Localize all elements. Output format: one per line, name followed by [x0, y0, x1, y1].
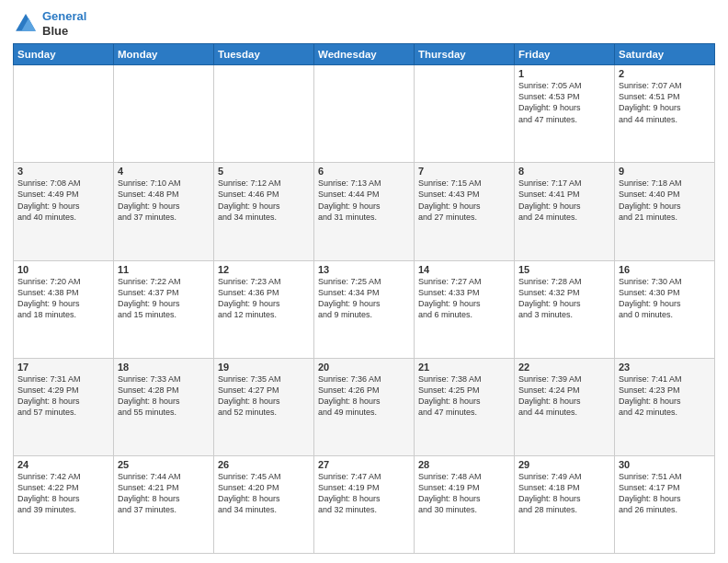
day-number: 24	[17, 459, 109, 470]
calendar-cell: 4Sunrise: 7:10 AM Sunset: 4:48 PM Daylig…	[114, 163, 214, 260]
weekday-header-wednesday: Wednesday	[314, 44, 415, 65]
calendar-cell: 10Sunrise: 7:20 AM Sunset: 4:38 PM Dayli…	[14, 260, 114, 358]
calendar-cell: 21Sunrise: 7:38 AM Sunset: 4:25 PM Dayli…	[415, 358, 515, 455]
calendar-week-1: 1Sunrise: 7:05 AM Sunset: 4:53 PM Daylig…	[14, 65, 715, 163]
calendar-cell	[14, 65, 114, 163]
calendar-cell: 30Sunrise: 7:51 AM Sunset: 4:17 PM Dayli…	[615, 455, 715, 553]
day-number: 22	[518, 362, 610, 373]
day-number: 20	[318, 362, 410, 373]
day-info: Sunrise: 7:38 AM Sunset: 4:25 PM Dayligh…	[418, 373, 510, 419]
calendar-cell: 11Sunrise: 7:22 AM Sunset: 4:37 PM Dayli…	[114, 260, 214, 358]
day-info: Sunrise: 7:23 AM Sunset: 4:36 PM Dayligh…	[218, 276, 310, 321]
calendar-week-5: 24Sunrise: 7:42 AM Sunset: 4:22 PM Dayli…	[14, 455, 715, 553]
day-info: Sunrise: 7:20 AM Sunset: 4:38 PM Dayligh…	[17, 276, 109, 321]
day-info: Sunrise: 7:27 AM Sunset: 4:33 PM Dayligh…	[418, 276, 510, 321]
calendar-cell	[114, 65, 214, 163]
day-info: Sunrise: 7:10 AM Sunset: 4:48 PM Dayligh…	[118, 178, 210, 223]
day-info: Sunrise: 7:51 AM Sunset: 4:17 PM Dayligh…	[619, 471, 711, 516]
calendar-cell	[214, 65, 314, 163]
day-info: Sunrise: 7:18 AM Sunset: 4:40 PM Dayligh…	[619, 178, 711, 223]
calendar-cell: 9Sunrise: 7:18 AM Sunset: 4:40 PM Daylig…	[615, 163, 715, 260]
calendar-cell: 20Sunrise: 7:36 AM Sunset: 4:26 PM Dayli…	[314, 358, 415, 455]
weekday-header-monday: Monday	[114, 44, 214, 65]
day-number: 7	[418, 166, 510, 177]
day-number: 18	[118, 362, 210, 373]
day-number: 13	[318, 264, 410, 275]
day-number: 4	[118, 166, 210, 177]
calendar-cell: 25Sunrise: 7:44 AM Sunset: 4:21 PM Dayli…	[114, 455, 214, 553]
page: General Blue SundayMondayTuesdayWednesda…	[0, 0, 728, 563]
day-info: Sunrise: 7:47 AM Sunset: 4:19 PM Dayligh…	[318, 471, 410, 516]
calendar-cell: 17Sunrise: 7:31 AM Sunset: 4:29 PM Dayli…	[14, 358, 114, 455]
day-number: 15	[518, 264, 610, 275]
calendar-week-3: 10Sunrise: 7:20 AM Sunset: 4:38 PM Dayli…	[14, 260, 715, 358]
day-number: 23	[619, 362, 711, 373]
calendar-cell: 24Sunrise: 7:42 AM Sunset: 4:22 PM Dayli…	[14, 455, 114, 553]
day-number: 25	[118, 459, 210, 470]
calendar-week-2: 3Sunrise: 7:08 AM Sunset: 4:49 PM Daylig…	[14, 163, 715, 260]
calendar-cell: 22Sunrise: 7:39 AM Sunset: 4:24 PM Dayli…	[515, 358, 615, 455]
day-info: Sunrise: 7:28 AM Sunset: 4:32 PM Dayligh…	[518, 276, 610, 321]
calendar-cell: 5Sunrise: 7:12 AM Sunset: 4:46 PM Daylig…	[214, 163, 314, 260]
calendar-cell: 28Sunrise: 7:48 AM Sunset: 4:19 PM Dayli…	[415, 455, 515, 553]
day-info: Sunrise: 7:48 AM Sunset: 4:19 PM Dayligh…	[418, 471, 510, 516]
calendar-cell	[314, 65, 415, 163]
calendar-cell	[415, 65, 515, 163]
calendar-cell: 3Sunrise: 7:08 AM Sunset: 4:49 PM Daylig…	[14, 163, 114, 260]
day-info: Sunrise: 7:42 AM Sunset: 4:22 PM Dayligh…	[17, 471, 109, 516]
logo-text: General Blue	[42, 9, 86, 38]
calendar-cell: 2Sunrise: 7:07 AM Sunset: 4:51 PM Daylig…	[615, 65, 715, 163]
day-number: 8	[518, 166, 610, 177]
day-number: 14	[418, 264, 510, 275]
day-number: 28	[418, 459, 510, 470]
calendar-cell: 12Sunrise: 7:23 AM Sunset: 4:36 PM Dayli…	[214, 260, 314, 358]
day-info: Sunrise: 7:25 AM Sunset: 4:34 PM Dayligh…	[318, 276, 410, 321]
day-info: Sunrise: 7:36 AM Sunset: 4:26 PM Dayligh…	[318, 373, 410, 419]
calendar-cell: 18Sunrise: 7:33 AM Sunset: 4:28 PM Dayli…	[114, 358, 214, 455]
day-number: 10	[17, 264, 109, 275]
day-info: Sunrise: 7:30 AM Sunset: 4:30 PM Dayligh…	[619, 276, 711, 321]
day-info: Sunrise: 7:05 AM Sunset: 4:53 PM Dayligh…	[518, 80, 610, 125]
day-info: Sunrise: 7:41 AM Sunset: 4:23 PM Dayligh…	[619, 373, 711, 419]
day-info: Sunrise: 7:49 AM Sunset: 4:18 PM Dayligh…	[518, 471, 610, 516]
day-number: 5	[218, 166, 310, 177]
weekday-header-saturday: Saturday	[615, 44, 715, 65]
day-number: 26	[218, 459, 310, 470]
day-number: 11	[118, 264, 210, 275]
day-info: Sunrise: 7:12 AM Sunset: 4:46 PM Dayligh…	[218, 178, 310, 223]
calendar-cell: 8Sunrise: 7:17 AM Sunset: 4:41 PM Daylig…	[515, 163, 615, 260]
day-info: Sunrise: 7:15 AM Sunset: 4:43 PM Dayligh…	[418, 178, 510, 223]
day-number: 19	[218, 362, 310, 373]
calendar-cell: 7Sunrise: 7:15 AM Sunset: 4:43 PM Daylig…	[415, 163, 515, 260]
day-number: 16	[619, 264, 711, 275]
calendar-cell: 19Sunrise: 7:35 AM Sunset: 4:27 PM Dayli…	[214, 358, 314, 455]
calendar-cell: 1Sunrise: 7:05 AM Sunset: 4:53 PM Daylig…	[515, 65, 615, 163]
day-number: 3	[17, 166, 109, 177]
day-info: Sunrise: 7:13 AM Sunset: 4:44 PM Dayligh…	[318, 178, 410, 223]
calendar-cell: 14Sunrise: 7:27 AM Sunset: 4:33 PM Dayli…	[415, 260, 515, 358]
day-info: Sunrise: 7:39 AM Sunset: 4:24 PM Dayligh…	[518, 373, 610, 419]
calendar-cell: 6Sunrise: 7:13 AM Sunset: 4:44 PM Daylig…	[314, 163, 415, 260]
logo-icon	[13, 11, 39, 37]
calendar-cell: 23Sunrise: 7:41 AM Sunset: 4:23 PM Dayli…	[615, 358, 715, 455]
day-info: Sunrise: 7:31 AM Sunset: 4:29 PM Dayligh…	[17, 373, 109, 419]
day-number: 2	[619, 68, 711, 79]
day-number: 1	[518, 68, 610, 79]
day-number: 21	[418, 362, 510, 373]
calendar-week-4: 17Sunrise: 7:31 AM Sunset: 4:29 PM Dayli…	[14, 358, 715, 455]
calendar-cell: 16Sunrise: 7:30 AM Sunset: 4:30 PM Dayli…	[615, 260, 715, 358]
weekday-header-row: SundayMondayTuesdayWednesdayThursdayFrid…	[14, 44, 715, 65]
day-info: Sunrise: 7:17 AM Sunset: 4:41 PM Dayligh…	[518, 178, 610, 223]
day-number: 6	[318, 166, 410, 177]
day-number: 27	[318, 459, 410, 470]
day-info: Sunrise: 7:35 AM Sunset: 4:27 PM Dayligh…	[218, 373, 310, 419]
weekday-header-tuesday: Tuesday	[214, 44, 314, 65]
day-info: Sunrise: 7:07 AM Sunset: 4:51 PM Dayligh…	[619, 80, 711, 125]
day-info: Sunrise: 7:33 AM Sunset: 4:28 PM Dayligh…	[118, 373, 210, 419]
day-info: Sunrise: 7:22 AM Sunset: 4:37 PM Dayligh…	[118, 276, 210, 321]
calendar-cell: 26Sunrise: 7:45 AM Sunset: 4:20 PM Dayli…	[214, 455, 314, 553]
day-number: 29	[518, 459, 610, 470]
weekday-header-sunday: Sunday	[14, 44, 114, 65]
calendar-cell: 27Sunrise: 7:47 AM Sunset: 4:19 PM Dayli…	[314, 455, 415, 553]
day-info: Sunrise: 7:44 AM Sunset: 4:21 PM Dayligh…	[118, 471, 210, 516]
